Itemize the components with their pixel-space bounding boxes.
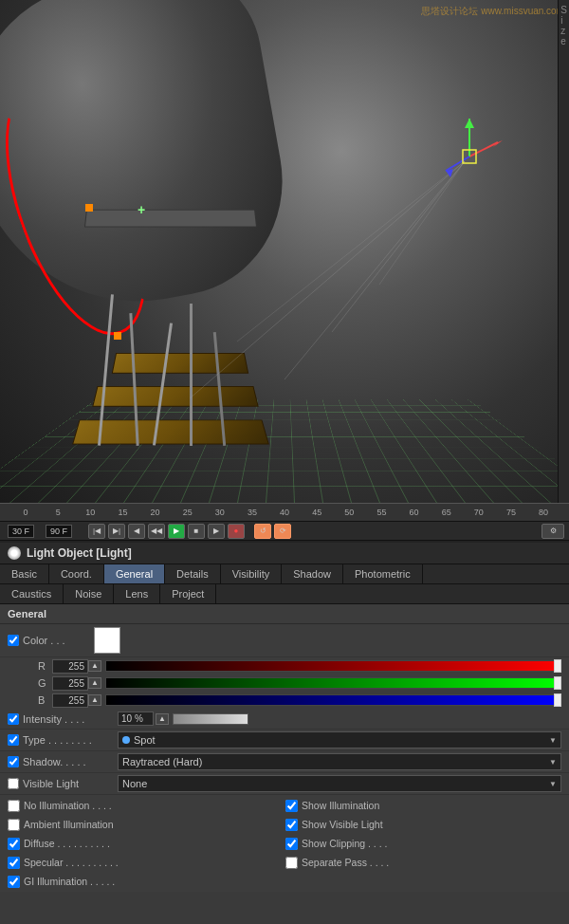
go-to-start-button[interactable]: |◀ (88, 524, 105, 539)
ruler-mark: 40 (268, 508, 301, 517)
tab-row-1: Basic Coord. General Details Visibility … (0, 564, 569, 584)
prev-frame-button[interactable]: ◀ (128, 524, 145, 539)
loop-button-2[interactable]: ⟳ (274, 524, 291, 539)
viewport-resize-handle[interactable]: Size (558, 0, 569, 503)
specular-label: Specular . . . . . . . . . . (24, 857, 119, 868)
play-forward-button[interactable]: ▶ (168, 524, 185, 539)
color-enable-checkbox[interactable] (8, 635, 19, 646)
tab-project[interactable]: Project (160, 584, 216, 603)
ruler-mark: 0 (9, 508, 42, 517)
ruler-mark: 45 (301, 508, 333, 517)
gi-illumination-label: GI Illumination . . . . . (24, 876, 115, 887)
tab-photometric[interactable]: Photometric (343, 564, 423, 583)
ruler-mark: 5 (42, 508, 74, 517)
play-back-button[interactable]: ◀◀ (148, 524, 165, 539)
ruler-mark: 20 (139, 508, 172, 517)
separate-pass-item: Separate Pass . . . . (285, 854, 561, 871)
type-row: Type . . . . . . . . Spot ▼ (0, 730, 569, 751)
ambient-illumination-checkbox[interactable] (8, 819, 20, 831)
type-dropdown-label: Spot (134, 734, 156, 746)
marker-dot (85, 204, 93, 212)
separate-pass-label: Separate Pass . . . . (302, 857, 389, 868)
intensity-enable-checkbox[interactable] (8, 713, 19, 725)
watermark: 思塔设计论坛 www.missvuan.com (421, 5, 564, 18)
type-dropdown[interactable]: Spot ▼ (118, 731, 561, 748)
b-stepper-up[interactable]: ▲ (88, 694, 101, 706)
tab-general[interactable]: General (104, 564, 165, 583)
settings-button[interactable]: ⚙ (541, 524, 564, 539)
show-clipping-label: Show Clipping . . . . (302, 838, 387, 849)
tab-caustics[interactable]: Caustics (0, 584, 64, 603)
timeline-ruler: 0 5 10 15 20 25 30 35 40 45 50 55 60 65 … (0, 504, 569, 522)
tab-visibility[interactable]: Visibility (221, 564, 283, 583)
no-illumination-checkbox[interactable] (8, 800, 20, 812)
diffuse-label: Diffuse . . . . . . . . . . (24, 838, 110, 849)
color-swatch[interactable] (94, 627, 120, 654)
go-to-end-button[interactable]: ▶| (108, 524, 125, 539)
visible-light-dropdown-arrow: ▼ (549, 780, 557, 788)
ruler-mark: 35 (236, 508, 268, 517)
section-title-general: General (0, 604, 569, 624)
tab-row-2: Caustics Noise Lens Project (0, 584, 569, 604)
tab-lens[interactable]: Lens (114, 584, 160, 603)
svg-marker-8 (465, 119, 474, 128)
ambient-illumination-label: Ambient Illumination (24, 819, 114, 830)
intensity-bar[interactable] (173, 713, 248, 725)
specular-item: Specular . . . . . . . . . . (8, 854, 284, 871)
r-label: R (38, 660, 52, 672)
intensity-value-input[interactable] (118, 711, 154, 726)
tab-shadow[interactable]: Shadow (282, 564, 343, 583)
r-stepper-up[interactable]: ▲ (88, 660, 101, 672)
record-button[interactable]: ● (228, 524, 245, 539)
b-color-bar[interactable] (105, 694, 561, 706)
current-frame-display: 30 F (8, 525, 34, 538)
ruler-mark: 10 (74, 508, 106, 517)
specular-checkbox[interactable] (8, 857, 20, 869)
r-value-input[interactable] (52, 659, 88, 674)
shadow-enable-checkbox[interactable] (8, 756, 19, 767)
shadow-dropdown-arrow: ▼ (549, 758, 557, 767)
shadow-dropdown[interactable]: Raytraced (Hard) ▼ (118, 753, 561, 770)
g-value-input[interactable] (52, 676, 88, 691)
g-stepper-up[interactable]: ▲ (88, 677, 101, 689)
diffuse-checkbox[interactable] (8, 838, 20, 850)
transform-gizmo[interactable] (427, 114, 512, 199)
show-visible-light-checkbox[interactable] (285, 819, 298, 831)
viewport: + 思塔设计论坛 www.missvuan.com Size (0, 0, 569, 503)
type-enable-checkbox[interactable] (8, 734, 19, 746)
marker-dot-2 (114, 332, 121, 340)
ruler-mark: 15 (106, 508, 138, 517)
show-visible-light-label: Show Visible Light (302, 819, 383, 830)
visible-light-label: Visible Light (23, 778, 118, 789)
tab-coord[interactable]: Coord. (49, 564, 104, 583)
stop-button[interactable]: ■ (188, 524, 205, 539)
light-object-icon (8, 546, 21, 560)
show-illumination-checkbox[interactable] (285, 800, 298, 812)
show-visible-light-item: Show Visible Light (285, 816, 561, 833)
tab-noise[interactable]: Noise (64, 584, 114, 603)
g-color-bar[interactable] (105, 677, 561, 689)
channel-g-row: G ▲ (0, 675, 569, 692)
show-clipping-checkbox[interactable] (285, 838, 298, 850)
ambient-illumination-item: Ambient Illumination (8, 816, 284, 833)
shadow-dropdown-label: Raytraced (Hard) (122, 756, 202, 767)
tab-details[interactable]: Details (165, 564, 221, 583)
gi-illumination-checkbox[interactable] (8, 876, 20, 888)
cursor-cross: + (138, 202, 145, 217)
tab-basic[interactable]: Basic (0, 564, 49, 583)
visible-light-row: Visible Light None ▼ (0, 773, 569, 795)
type-value-text: Spot (122, 734, 156, 746)
loop-button[interactable]: ↺ (254, 524, 271, 539)
intensity-stepper[interactable]: ▲ (156, 713, 169, 725)
show-illumination-item: Show Illumination (285, 797, 561, 814)
show-illumination-label: Show Illumination (302, 800, 379, 811)
visible-light-dropdown[interactable]: None ▼ (118, 775, 561, 792)
separate-pass-checkbox[interactable] (285, 857, 298, 869)
diffuse-item: Diffuse . . . . . . . . . . (8, 835, 284, 852)
visible-light-enable-checkbox[interactable] (8, 778, 19, 789)
b-value-input[interactable] (52, 693, 88, 708)
color-prop-row: Color . . . (0, 624, 569, 657)
next-frame-button[interactable]: ▶ (208, 524, 225, 539)
visible-light-dropdown-label: None (122, 778, 147, 789)
r-color-bar[interactable] (105, 660, 561, 672)
